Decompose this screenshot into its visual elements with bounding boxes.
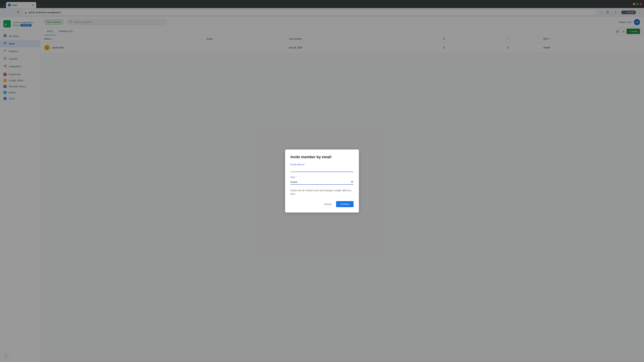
email-label: Email address * [290, 163, 354, 166]
continue-button[interactable]: Continue [336, 201, 354, 207]
role-select-wrapper: Guest Member Admin ▼ [290, 179, 354, 185]
role-label: Role * [290, 176, 354, 178]
role-select[interactable]: Guest Member Admin [290, 179, 354, 184]
modal-title: Invite member by email [290, 155, 354, 159]
email-required-mark: * [305, 163, 306, 166]
role-required-mark: * [296, 176, 296, 178]
modal-overlay[interactable]: Invite member by email Email address * R… [0, 0, 644, 362]
modal-actions: Cancel Continue [290, 201, 354, 207]
invite-modal: Invite member by email Email address * R… [285, 149, 359, 213]
email-input[interactable] [290, 167, 354, 172]
cancel-button[interactable]: Cancel [321, 201, 334, 207]
guest-description: Guest can be invited to join and manage … [290, 189, 354, 196]
